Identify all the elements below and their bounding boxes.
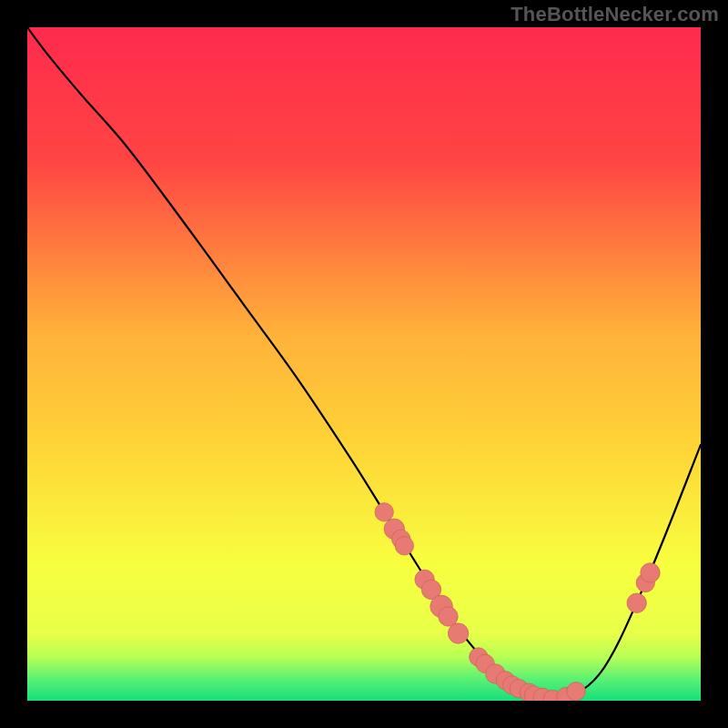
data-marker <box>375 503 393 521</box>
data-marker <box>395 537 413 555</box>
attribution-label: TheBottleNecker.com <box>511 3 719 26</box>
data-marker <box>439 607 458 626</box>
chart-svg <box>27 27 701 701</box>
chart-frame: TheBottleNecker.com <box>0 0 728 728</box>
data-marker <box>448 623 468 644</box>
data-marker <box>567 682 585 700</box>
data-marker <box>627 593 646 612</box>
data-marker <box>641 563 660 582</box>
plot-area <box>27 27 701 701</box>
gradient-background <box>27 27 701 701</box>
